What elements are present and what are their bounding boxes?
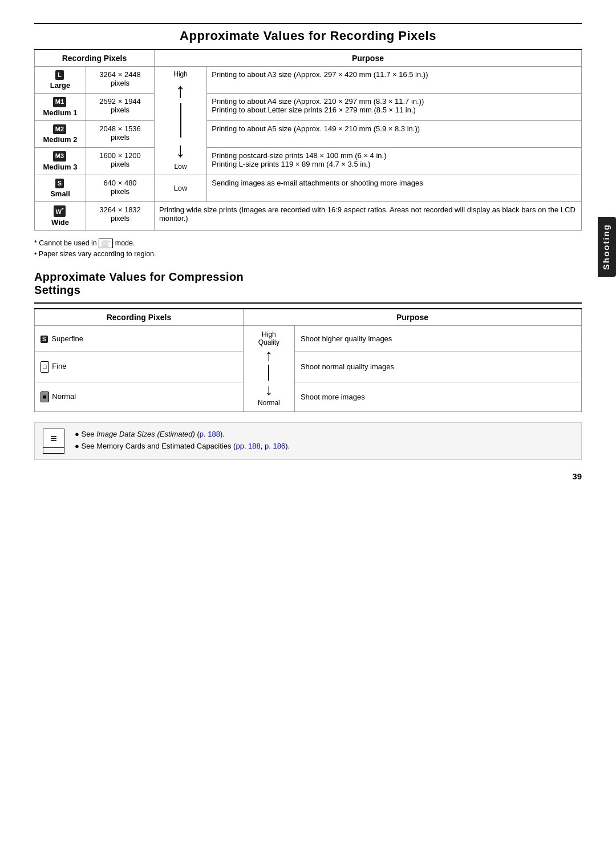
link-p188-1[interactable]: p. 188 [200,430,220,438]
label-medium2: M2 Medium 2 [35,120,86,147]
purpose-small: Sending images as e-mail attachments or … [207,175,582,201]
table-row: M1 Medium 1 2592 × 1944pixels Printing t… [35,94,582,120]
col2-header: Purpose [155,50,582,67]
title2-divider [34,302,582,304]
title1-divider [34,23,582,24]
label-medium3: M3 Medium 3 [35,148,86,175]
comp-col2-header: Purpose [243,309,581,326]
label-text-medium3: Medium 3 [39,163,81,171]
link-pp188[interactable]: pp. 188 [236,442,260,450]
info-text: ● See Image Data Sizes (Estimated) (p. 1… [75,429,290,453]
table-row: □ Fine Shoot normal quality images [35,352,582,382]
link-p186[interactable]: p. 186 [265,442,285,450]
purpose-medium3: Printing postcard-size prints 148 × 100 … [207,148,582,175]
label-text-small: Small [39,189,81,198]
pixels-small: 640 × 480pixels [86,175,155,201]
arrow-low-label: Low [175,163,187,171]
pixels-medium1: 2592 × 1944pixels [86,94,155,120]
col1-header: Recording Pixels [35,50,155,67]
label-text-wide: Wide [39,218,81,227]
footnote-1: * Cannot be used in ⬜‵ mode. [34,239,582,248]
icon-normal: ■ [40,391,49,402]
icon-L: L [55,70,64,80]
comp-arrow-cell: HighQuality ↑ ↓ Normal [243,326,294,412]
table-row: S Small 640 × 480pixels Low Sending imag… [35,175,582,201]
pixels-large: 3264 × 2448pixels [86,67,155,94]
label-wide: W* Wide [35,201,86,230]
comp-col1-header: Recording Pixels [35,309,244,326]
arrow-low-cell: Low [155,175,207,201]
table1-footnotes: * Cannot be used in ⬜‵ mode. • Paper siz… [34,239,582,258]
info-bullet-1: ● See Image Data Sizes (Estimated) (p. 1… [75,429,290,441]
table-row: ■ Normal Shoot more images [35,382,582,412]
mode-icon: ⬜‵ [99,239,113,248]
comp-label-normal: ■ Normal [35,382,244,412]
info-box: ≡ ● See Image Data Sizes (Estimated) (p.… [34,422,582,460]
table-row: M3 Medium 3 1600 × 1200pixels Printing p… [35,148,582,175]
comp-label-superfine: S Superfine [35,326,244,352]
icon-W: W* [54,205,66,217]
icon-M3: M3 [53,151,66,161]
label-small: S Small [35,175,86,201]
icon-M1: M1 [53,97,66,107]
table-row: S Superfine HighQuality ↑ ↓ Normal Shoot… [35,326,582,352]
purpose-wide: Printing wide size prints (Images are re… [155,201,582,230]
label-text-medium1: Medium 1 [39,108,81,117]
arrow-high-low: High ↑ ↓ Low [155,67,207,175]
compression-table: Recording Pixels Purpose S Superfine Hig… [34,308,582,412]
label-large: L Large [35,67,86,94]
label-text-large: Large [39,81,81,90]
purpose-medium1: Printing to about A4 size (Approx. 210 ×… [207,94,582,120]
pixels-medium2: 2048 × 1536pixels [86,120,155,147]
icon-fine: □ [40,361,49,372]
page-title-2: Approximate Values for CompressionSettin… [34,271,582,297]
arrow-high-label: High [173,70,188,78]
icon-M2: M2 [53,124,66,134]
purpose-medium2: Printing to about A5 size (Approx. 149 ×… [207,120,582,147]
pixels-medium3: 1600 × 1200pixels [86,148,155,175]
table-row: W* Wide 3264 × 1832pixels Printing wide … [35,201,582,230]
table-row: M2 Medium 2 2048 × 1536pixels Printing t… [35,120,582,147]
purpose-large: Printing to about A3 size (Approx. 297 ×… [207,67,582,94]
icon-S: S [55,179,64,188]
info-bullet-2: ● See Memory Cards and Estimated Capacit… [75,441,290,453]
comp-purpose-superfine: Shoot higher quality images [294,326,581,352]
pixels-wide: 3264 × 1832pixels [86,201,155,230]
comp-purpose-fine: Shoot normal quality images [294,352,581,382]
page-title-1: Approximate Values for Recording Pixels [34,29,582,43]
info-icon-symbol: ≡ [50,432,57,445]
side-tab: Shooting [598,217,616,277]
comp-purpose-normal: Shoot more images [294,382,581,412]
footnote-2: • Paper sizes vary according to region. [34,250,582,258]
comp-label-fine: □ Fine [35,352,244,382]
recording-pixels-table: Recording Pixels Purpose L Large 3264 × … [34,49,582,231]
page-number: 39 [34,471,582,481]
label-medium1: M1 Medium 1 [35,94,86,120]
label-text-medium2: Medium 2 [39,135,81,144]
table-row: L Large 3264 × 2448pixels High ↑ ↓ Low P… [35,67,582,94]
